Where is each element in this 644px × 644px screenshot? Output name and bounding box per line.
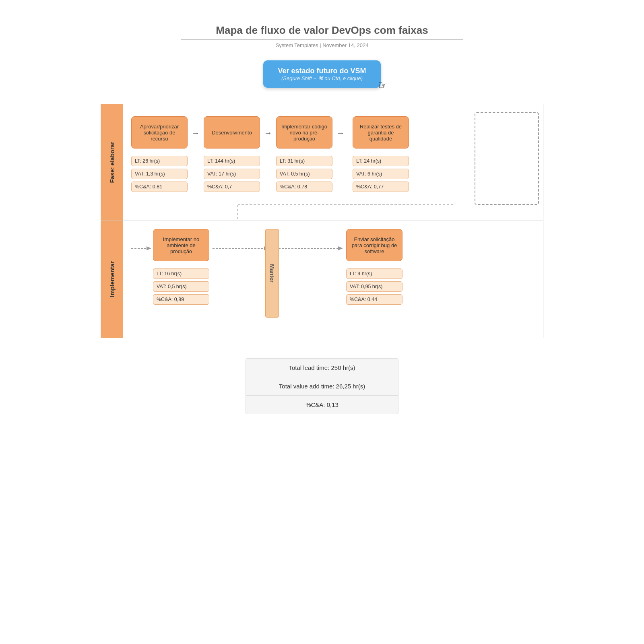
metric-ca-p5: %C&A: 0,89: [153, 294, 209, 305]
metric-lt-p3: LT: 31 hr(s): [276, 156, 332, 166]
process-metrics-p2: LT: 144 hr(s) VAT: 17 hr(s) %C&A: 0,7: [204, 156, 260, 192]
metric-ca-p7: %C&A: 0,44: [346, 294, 402, 305]
manter-bar: Manter: [265, 229, 279, 318]
lane2-process-row: Implementar no ambiente de produção LT: …: [131, 229, 535, 305]
process-item-p1: Aprovar/priorizar solicitação de recurso…: [131, 116, 188, 192]
dashed-line-p5-manter: [213, 244, 269, 252]
dashed-arrow-svg: [131, 244, 151, 252]
process-row-lane1: Aprovar/priorizar solicitação de recurso…: [131, 116, 535, 192]
arrow-icon-3-4: →: [336, 128, 345, 138]
metric-lt-p7: LT: 9 hr(s): [346, 268, 402, 279]
process-box-p5: Implementar no ambiente de produção: [153, 229, 209, 261]
page-title: Mapa de fluxo de valor DevOps com faixas: [181, 24, 463, 40]
process-title-p4: Realizar testes de garantia de qualidade: [357, 124, 405, 142]
metric-vat-p4: VAT: 6 hr(s): [353, 169, 409, 179]
metric-lt-p1: LT: 26 hr(s): [131, 156, 188, 166]
lane-label-bar-elaborar: Fase: elaborar: [101, 104, 123, 221]
metric-lt-p5: LT: 16 hr(s): [153, 268, 209, 279]
header-subtitle: System Templates | November 14, 2024: [181, 42, 463, 48]
header: Mapa de fluxo de valor DevOps com faixas…: [181, 24, 463, 48]
arrow-icon-1-2: →: [192, 128, 200, 138]
swim-lane-implementar: Implementar Implementar no ambiente: [101, 221, 543, 338]
page-container: Mapa de fluxo de valor DevOps com faixas…: [0, 0, 644, 644]
lane-label-implementar: Implementar: [109, 261, 116, 297]
process-item-p5: Implementar no ambiente de produção LT: …: [153, 229, 209, 305]
process-title-p7: Enviar solicitação para corrigir bug de …: [351, 236, 398, 254]
lane-content-elaborar: Aprovar/priorizar solicitação de recurso…: [123, 104, 543, 221]
process-item-p4: Realizar testes de garantia de qualidade…: [353, 116, 409, 192]
process-metrics-p5: LT: 16 hr(s) VAT: 0,5 hr(s) %C&A: 0,89: [153, 268, 209, 305]
metric-ca-p1: %C&A: 0,81: [131, 182, 188, 192]
metric-lt-p2: LT: 144 hr(s): [204, 156, 260, 166]
incoming-dashed-arrow: [131, 229, 151, 252]
process-metrics-p7: LT: 9 hr(s) VAT: 0,95 hr(s) %C&A: 0,44: [346, 268, 402, 305]
metric-ca-p3: %C&A: 0,78: [276, 182, 332, 192]
arrow-icon-2-3: →: [264, 128, 272, 138]
summary-box: Total lead time: 250 hr(s) Total value a…: [246, 358, 398, 414]
metric-vat-p7: VAT: 0,95 hr(s): [346, 281, 402, 292]
metric-ca-p2: %C&A: 0,7: [204, 182, 260, 192]
arrow-1-2: →: [188, 116, 204, 138]
process-metrics-p1: LT: 26 hr(s) VAT: 1,3 hr(s) %C&A: 0,81: [131, 156, 188, 192]
process-box-p3: Implementar código novo na pré-produção: [276, 116, 332, 149]
dashed-arrow-manter-p7: [279, 229, 343, 252]
process-title-p1: Aprovar/priorizar solicitação de recurso: [136, 124, 183, 142]
process-item-p2: Desenvolvimento LT: 144 hr(s) VAT: 17 hr…: [204, 116, 260, 192]
process-title-p2: Desenvolvimento: [212, 130, 252, 136]
diagram-area: Fase: elaborar Aprovar/priorizar solicit…: [101, 104, 543, 338]
summary-total-vat: Total value add time: 26,25 hr(s): [246, 377, 398, 396]
metric-vat-p2: VAT: 17 hr(s): [204, 169, 260, 179]
process-item-p7: Enviar solicitação para corrigir bug de …: [346, 229, 402, 305]
process-box-p7: Enviar solicitação para corrigir bug de …: [346, 229, 402, 261]
process-box-p1: Aprovar/priorizar solicitação de recurso: [131, 116, 188, 149]
metric-vat-p5: VAT: 0,5 hr(s): [153, 281, 209, 292]
arrow-2-3: →: [260, 116, 276, 138]
summary-ca: %C&A: 0,13: [246, 396, 398, 414]
svg-marker-3: [147, 246, 151, 250]
lane-label-elaborar: Fase: elaborar: [109, 142, 116, 183]
svg-marker-7: [338, 246, 343, 250]
metric-lt-p4: LT: 24 hr(s): [353, 156, 409, 166]
dashed-line-manter-p7: [279, 244, 343, 252]
vsm-cta-button[interactable]: Ver estado futuro do VSM (Segure Shift +…: [263, 60, 380, 88]
process-title-p3: Implementar código novo na pré-produção: [281, 124, 328, 142]
metric-vat-p3: VAT: 0,5 hr(s): [276, 169, 332, 179]
summary-total-lead-time: Total lead time: 250 hr(s): [246, 359, 398, 377]
metric-vat-p1: VAT: 1,3 hr(s): [131, 169, 188, 179]
arrow-3-4: →: [332, 116, 349, 138]
metric-ca-p4: %C&A: 0,77: [353, 182, 409, 192]
process-metrics-p3: LT: 31 hr(s) VAT: 0,5 hr(s) %C&A: 0,78: [276, 156, 332, 192]
process-box-p2: Desenvolvimento: [204, 116, 260, 149]
cta-sub-label: (Segure Shift + ⌘ ou Ctrl, e clique): [278, 75, 366, 81]
process-item-p3: Implementar código novo na pré-produção …: [276, 116, 332, 192]
process-title-p5: Implementar no ambiente de produção: [157, 236, 205, 254]
lane-label-bar-implementar: Implementar: [101, 221, 123, 338]
cta-container: Ver estado futuro do VSM (Segure Shift +…: [263, 60, 380, 88]
cursor-icon: ☞: [378, 78, 388, 92]
cta-main-label: Ver estado futuro do VSM: [278, 67, 366, 75]
lane-content-implementar: Implementar no ambiente de produção LT: …: [123, 221, 543, 338]
process-box-p4: Realizar testes de garantia de qualidade: [353, 116, 409, 149]
manter-label: Manter: [269, 264, 275, 283]
swim-lane-elaborar: Fase: elaborar Aprovar/priorizar solicit…: [101, 104, 543, 221]
dashed-arrow-p5-manter: [213, 229, 269, 252]
process-metrics-p4: LT: 24 hr(s) VAT: 6 hr(s) %C&A: 0,77: [353, 156, 409, 192]
